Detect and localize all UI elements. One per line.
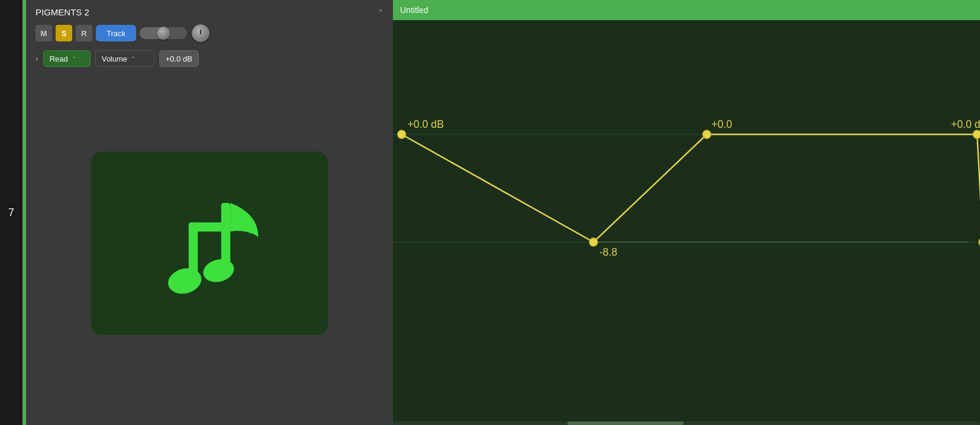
parameter-chevron-icon: ⌃ (131, 56, 136, 62)
svg-text:+0.0: +0.0 (711, 118, 732, 130)
left-strip: 7 (0, 0, 22, 425)
instrument-icon-box[interactable] (91, 152, 328, 335)
automation-mode-label: Read (50, 54, 68, 63)
automation-mode-select[interactable]: Read ⌃ (43, 50, 91, 67)
mute-button[interactable]: M (36, 25, 52, 41)
main-area: Untitled (393, 0, 980, 425)
instrument-name: PIGMENTS 2 (36, 7, 372, 17)
svg-point-17 (703, 130, 711, 139)
svg-text:-8.8: -8.8 (599, 246, 618, 258)
instrument-icon-area (26, 73, 393, 425)
svg-text:+0.0 dB: +0.0 dB (408, 118, 444, 130)
automation-svg: +0.0 dB -8.8 +0.0 +0.0 dB -8.8 +0.0 dB (393, 20, 980, 425)
fader-knob[interactable] (157, 27, 170, 40)
automation-row: › Read ⌃ Volume ⌃ +0.0 dB (26, 47, 393, 73)
solo-button[interactable]: S (56, 25, 72, 41)
pan-knob[interactable] (192, 24, 209, 42)
svg-point-16 (589, 238, 598, 246)
control-buttons-row: M S R Track (26, 22, 393, 47)
control-panel: PIGMENTS 2 ⌃ M S R Track › Read ⌃ Volume… (26, 0, 393, 425)
svg-rect-28 (568, 421, 684, 425)
fader-track[interactable] (140, 27, 187, 39)
svg-rect-2 (189, 222, 230, 231)
automation-parameter-select[interactable]: Volume ⌃ (95, 50, 154, 67)
instrument-chevron-icon[interactable]: ⌃ (378, 8, 383, 17)
svg-line-12 (977, 134, 980, 242)
svg-point-15 (398, 130, 406, 139)
svg-line-9 (402, 134, 594, 242)
svg-point-4 (201, 256, 237, 285)
automation-parameter-label: Volume (102, 54, 127, 63)
automation-value-badge: +0.0 dB (159, 50, 199, 67)
svg-point-18 (973, 130, 980, 139)
music-note-icon (144, 178, 275, 308)
svg-point-3 (165, 265, 204, 297)
main-header: Untitled (393, 0, 980, 20)
svg-rect-27 (393, 421, 980, 425)
automation-canvas[interactable]: +0.0 dB -8.8 +0.0 +0.0 dB -8.8 +0.0 dB (393, 20, 980, 425)
control-header: PIGMENTS 2 ⌃ (26, 0, 393, 22)
mode-chevron-icon: ⌃ (72, 56, 76, 62)
svg-text:+0.0 dB: +0.0 dB (951, 118, 980, 130)
svg-line-10 (594, 134, 707, 242)
fader-area (140, 24, 383, 42)
track-button[interactable]: Track (96, 25, 136, 41)
automation-value-text: +0.0 dB (166, 54, 192, 63)
expand-chevron-icon[interactable]: › (36, 54, 38, 63)
record-button[interactable]: R (76, 25, 92, 41)
track-number: 7 (8, 207, 14, 219)
main-title: Untitled (400, 5, 428, 15)
